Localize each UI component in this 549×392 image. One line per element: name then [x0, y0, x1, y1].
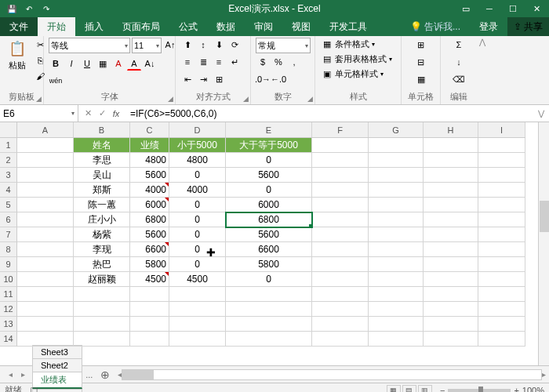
sheet-tab[interactable]: 批量添... — [32, 389, 82, 393]
cell[interactable] — [424, 272, 478, 287]
italic-button[interactable]: I — [64, 56, 78, 71]
cell[interactable]: 5600 — [130, 168, 169, 183]
cell[interactable]: 李思 — [74, 153, 130, 168]
cell[interactable]: 5800 — [130, 257, 169, 272]
accounting-format-icon[interactable]: $ — [256, 55, 270, 69]
cell[interactable] — [226, 332, 312, 347]
cell[interactable] — [312, 257, 369, 272]
row-header[interactable]: 2 — [0, 153, 17, 168]
cell[interactable] — [478, 183, 525, 198]
cell[interactable] — [169, 332, 226, 347]
vertical-scrollbar[interactable] — [538, 122, 549, 365]
cell[interactable]: 4000 — [130, 183, 169, 198]
font-dialog-icon[interactable]: ◢ — [168, 95, 173, 103]
tab-view[interactable]: 视图 — [282, 17, 320, 36]
cell[interactable] — [369, 183, 424, 198]
cell[interactable]: 郑斯 — [74, 183, 130, 198]
cell[interactable] — [424, 302, 478, 317]
row-header[interactable]: 6 — [0, 212, 17, 227]
share-button[interactable]: ⇪共享 — [507, 17, 549, 36]
cell[interactable] — [17, 198, 74, 212]
cell[interactable] — [478, 287, 525, 302]
cell[interactable] — [369, 287, 424, 302]
cell[interactable] — [74, 317, 130, 332]
tab-pagelayout[interactable]: 页面布局 — [113, 17, 169, 36]
cell[interactable] — [312, 317, 369, 332]
formula-input[interactable]: =IF(C6>=5000,C6,0) — [125, 108, 533, 119]
cell[interactable] — [369, 227, 424, 242]
redo-icon[interactable]: ↷ — [39, 2, 53, 16]
enter-formula-icon[interactable]: ✓ — [96, 107, 108, 120]
cell[interactable]: 热巴 — [74, 257, 130, 272]
tab-insert[interactable]: 插入 — [75, 17, 113, 36]
row-header[interactable]: 10 — [0, 272, 17, 287]
tab-review[interactable]: 审阅 — [245, 17, 282, 36]
cell[interactable]: 0 — [226, 183, 312, 198]
merge-center-icon[interactable]: ⊞ — [212, 72, 226, 86]
cell[interactable]: 6000 — [130, 198, 169, 212]
column-header-D[interactable]: D — [169, 122, 226, 137]
cell[interactable] — [478, 227, 525, 242]
cell[interactable] — [17, 272, 74, 287]
cell[interactable]: 0 — [226, 153, 312, 168]
fill-icon[interactable]: ↓ — [452, 55, 466, 69]
table-format-button[interactable]: ▤套用表格格式▾ — [320, 53, 394, 66]
cell[interactable] — [312, 287, 369, 302]
comma-format-icon[interactable]: , — [287, 55, 301, 69]
cell[interactable] — [130, 332, 169, 347]
cell[interactable]: 4800 — [130, 153, 169, 168]
horizontal-scrollbar[interactable]: ◂ ▸ — [115, 369, 549, 380]
row-header[interactable]: 3 — [0, 168, 17, 183]
cell[interactable] — [478, 138, 525, 153]
cell[interactable] — [478, 198, 525, 212]
cell[interactable]: 6800 — [130, 212, 169, 227]
macro-record-icon[interactable]: ▢ — [30, 385, 38, 392]
column-header-I[interactable]: I — [478, 122, 525, 137]
cell[interactable] — [424, 242, 478, 257]
cell[interactable] — [312, 227, 369, 242]
align-middle-icon[interactable]: ↕ — [196, 38, 210, 52]
number-dialog-icon[interactable]: ◢ — [307, 95, 313, 103]
cell[interactable]: 0 — [226, 272, 312, 287]
cell[interactable] — [424, 138, 478, 153]
cell[interactable] — [17, 183, 74, 198]
cell[interactable] — [424, 317, 478, 332]
align-center-icon[interactable]: ≣ — [196, 55, 210, 69]
cell[interactable] — [369, 257, 424, 272]
cell[interactable] — [312, 302, 369, 317]
cell[interactable]: 业绩 — [130, 138, 169, 153]
ribbon-options-icon[interactable]: ▭ — [455, 0, 477, 17]
align-left-icon[interactable]: ≡ — [180, 55, 195, 69]
cell[interactable] — [424, 212, 478, 227]
underline-button[interactable]: U — [80, 56, 94, 71]
cell[interactable]: 4000 — [169, 183, 226, 198]
clear-icon[interactable]: ⌫ — [452, 72, 466, 86]
cell[interactable] — [17, 153, 74, 168]
align-right-icon[interactable]: ≡ — [212, 55, 226, 69]
close-icon[interactable]: ✕ — [525, 0, 547, 17]
cell[interactable]: 0 — [169, 227, 226, 242]
cell[interactable] — [369, 198, 424, 212]
select-all-corner[interactable] — [0, 122, 17, 138]
add-sheet-button[interactable]: ⊕ — [96, 367, 115, 383]
cell[interactable] — [312, 138, 369, 153]
cell[interactable] — [17, 138, 74, 153]
cell[interactable]: 4500 — [130, 272, 169, 287]
cell[interactable] — [169, 287, 226, 302]
tab-home[interactable]: 开始 — [38, 17, 75, 36]
cell[interactable] — [424, 198, 478, 212]
column-header-E[interactable]: E — [226, 122, 312, 137]
cell[interactable] — [424, 332, 478, 347]
collapse-ribbon-icon[interactable]: ⋀ — [479, 38, 485, 46]
row-header[interactable]: 13 — [0, 317, 17, 332]
sheet-nav-next-icon[interactable]: ▸ — [17, 369, 28, 380]
cell[interactable] — [130, 317, 169, 332]
cell[interactable] — [312, 198, 369, 212]
cell[interactable]: 5600 — [130, 227, 169, 242]
cancel-formula-icon[interactable]: ✕ — [82, 107, 94, 120]
cell[interactable] — [169, 317, 226, 332]
conditional-format-button[interactable]: ▦条件格式▾ — [320, 38, 376, 51]
cell-style-button[interactable]: ▣单元格样式▾ — [320, 67, 385, 81]
column-header-A[interactable]: A — [17, 122, 74, 137]
cell[interactable] — [312, 332, 369, 347]
